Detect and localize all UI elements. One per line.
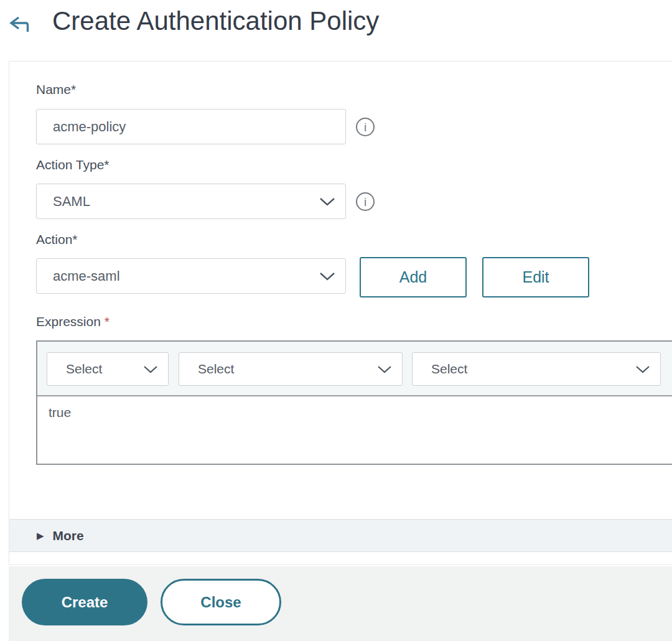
name-input[interactable] [36,109,346,144]
chevron-down-icon [319,194,335,210]
back-arrow-icon [5,30,30,39]
expression-builder: Select Select Sele [36,340,672,465]
create-authentication-policy-page: Create Authentication Policy Name* i Act… [0,0,672,641]
more-expander[interactable]: ▶ More [9,519,672,552]
close-button[interactable]: Close [161,579,281,625]
action-type-info-icon[interactable]: i [356,192,375,211]
expression-select-2[interactable]: Select [179,352,403,386]
action-type-select[interactable]: SAML [36,184,346,219]
footer-bar: Create Close [9,566,672,641]
add-button[interactable]: Add [360,257,467,297]
expression-toolbar: Select Select Sele [37,342,672,396]
chevron-down-icon [319,268,335,284]
chevron-down-icon [377,362,392,377]
expand-triangle-icon: ▶ [37,530,44,541]
name-label: Name* [36,82,76,97]
expression-select-3[interactable]: Select [412,352,661,386]
action-type-label: Action Type* [36,157,110,172]
expression-select-1[interactable]: Select [47,352,169,386]
expression-label: Expression * [36,314,110,329]
action-select[interactable]: acme-saml [36,258,346,294]
page-title: Create Authentication Policy [52,6,379,36]
edit-button[interactable]: Edit [482,257,589,297]
form-panel: Name* i Action Type* SAML i Action* acme… [9,61,672,565]
create-button[interactable]: Create [22,579,147,625]
action-type-value: SAML [53,194,90,210]
chevron-down-icon [143,362,158,377]
name-info-icon[interactable]: i [356,118,375,136]
chevron-down-icon [635,362,650,377]
required-asterisk: * [105,314,110,329]
expression-editor[interactable]: true [37,396,672,464]
action-label: Action* [36,232,78,247]
action-value: acme-saml [53,268,120,284]
more-label: More [53,528,84,543]
back-button[interactable] [5,14,30,37]
